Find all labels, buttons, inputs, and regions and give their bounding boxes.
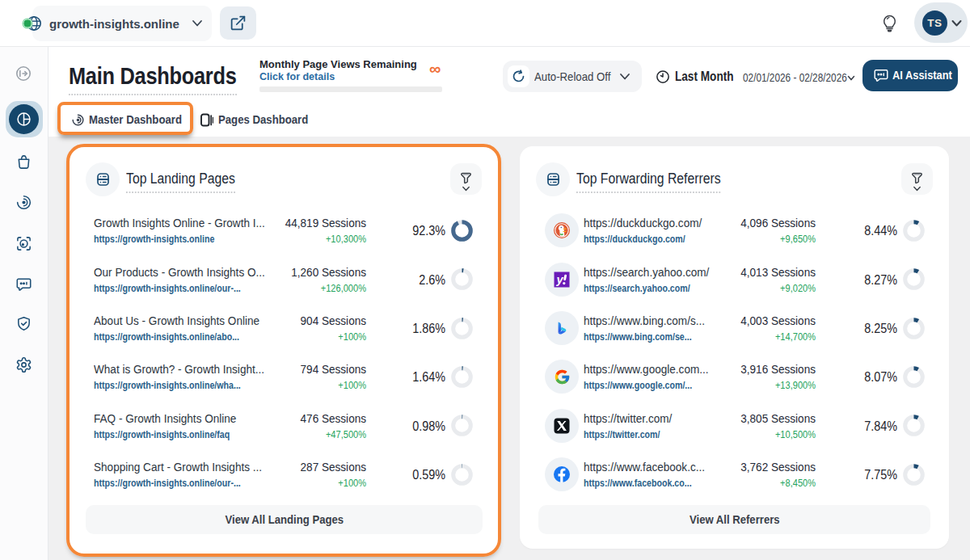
- svg-text:y: y: [556, 273, 564, 286]
